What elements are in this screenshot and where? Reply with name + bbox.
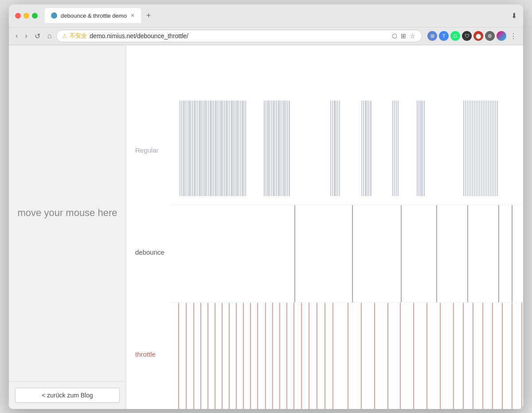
svg-rect-7 bbox=[192, 101, 193, 196]
svg-rect-13 bbox=[203, 101, 203, 196]
ext-shield-icon[interactable]: 🛡 bbox=[462, 31, 472, 41]
svg-rect-12 bbox=[201, 101, 202, 196]
svg-rect-51 bbox=[287, 101, 288, 196]
svg-rect-46 bbox=[278, 101, 279, 196]
tab-bar: 🌐 debounce & throttle demo ✕ + bbox=[45, 8, 505, 23]
ext-apps-icon[interactable]: ⊞ bbox=[427, 31, 437, 41]
svg-rect-85 bbox=[483, 101, 484, 196]
svg-rect-42 bbox=[271, 101, 272, 196]
svg-rect-34 bbox=[240, 101, 241, 196]
svg-rect-86 bbox=[485, 101, 485, 196]
svg-rect-43 bbox=[273, 101, 274, 196]
svg-rect-75 bbox=[465, 101, 466, 196]
svg-rect-25 bbox=[224, 101, 225, 196]
download-button[interactable]: ⬇ bbox=[511, 12, 517, 20]
svg-rect-33 bbox=[238, 101, 239, 196]
svg-rect-40 bbox=[267, 101, 269, 196]
svg-rect-15 bbox=[206, 101, 207, 196]
svg-rect-18 bbox=[211, 101, 212, 196]
svg-rect-28 bbox=[229, 101, 230, 196]
visualization-area: Regular debounce throttle bbox=[126, 45, 523, 409]
ext-red-icon[interactable]: ⬤ bbox=[473, 31, 483, 41]
svg-rect-88 bbox=[488, 101, 489, 196]
active-tab[interactable]: 🌐 debounce & throttle demo ✕ bbox=[45, 8, 141, 23]
svg-rect-92 bbox=[495, 101, 496, 196]
svg-rect-1 bbox=[181, 101, 182, 196]
svg-rect-0 bbox=[180, 101, 180, 196]
tab-title: debounce & throttle demo bbox=[61, 12, 127, 19]
tab-search-icon[interactable]: ⊞ bbox=[400, 31, 407, 40]
close-button[interactable] bbox=[15, 13, 21, 19]
browser-window: 🌐 debounce & throttle demo ✕ + ⬇ ‹ › ↺ ⌂… bbox=[9, 4, 523, 409]
maximize-button[interactable] bbox=[32, 13, 38, 19]
back-to-blog-button[interactable]: < zurück zum Blog bbox=[15, 388, 120, 403]
svg-rect-14 bbox=[204, 101, 206, 196]
svg-rect-50 bbox=[285, 101, 286, 196]
browser-content: move your mouse here < zurück zum Blog R… bbox=[9, 45, 523, 409]
address-bar-icons: ⬡ ⊞ ☆ bbox=[391, 31, 416, 40]
security-warning-icon: ⚠ bbox=[62, 33, 67, 39]
svg-rect-79 bbox=[472, 101, 473, 196]
svg-rect-71 bbox=[420, 101, 422, 196]
svg-rect-69 bbox=[417, 101, 418, 196]
svg-rect-48 bbox=[282, 101, 282, 196]
svg-rect-6 bbox=[190, 101, 191, 196]
svg-rect-56 bbox=[336, 101, 336, 196]
svg-rect-62 bbox=[367, 101, 368, 196]
svg-rect-80 bbox=[474, 101, 475, 196]
svg-rect-54 bbox=[332, 101, 333, 196]
address-bar-row: ‹ › ↺ ⌂ ⚠ 不安全 demo.nimius.net/debounce_t… bbox=[9, 28, 523, 45]
svg-rect-11 bbox=[199, 101, 200, 196]
address-box[interactable]: ⚠ 不安全 demo.nimius.net/debounce_throttle/… bbox=[56, 30, 422, 42]
cast-icon[interactable]: ⬡ bbox=[391, 31, 398, 40]
svg-rect-37 bbox=[245, 101, 246, 196]
new-tab-button[interactable]: + bbox=[143, 11, 155, 20]
svg-rect-20 bbox=[215, 101, 216, 196]
svg-rect-66 bbox=[394, 101, 395, 196]
svg-rect-58 bbox=[339, 101, 340, 196]
browser-menu-button[interactable]: ⋮ bbox=[508, 31, 519, 41]
refresh-button[interactable]: ↺ bbox=[32, 31, 43, 41]
svg-rect-78 bbox=[470, 101, 471, 196]
svg-rect-60 bbox=[363, 101, 364, 196]
svg-rect-93 bbox=[497, 101, 498, 196]
mouse-instruction-text: move your mouse here bbox=[18, 206, 117, 220]
svg-rect-67 bbox=[396, 101, 397, 196]
svg-rect-77 bbox=[469, 101, 469, 196]
sidebar: move your mouse here < zurück zum Blog bbox=[9, 45, 126, 409]
forward-nav-button[interactable]: › bbox=[23, 31, 29, 41]
svg-rect-53 bbox=[330, 101, 331, 196]
back-nav-button[interactable]: ‹ bbox=[13, 31, 20, 41]
svg-rect-59 bbox=[361, 101, 362, 196]
svg-rect-24 bbox=[222, 101, 223, 196]
svg-rect-22 bbox=[219, 101, 219, 196]
svg-rect-3 bbox=[185, 101, 186, 196]
ext-puzzle-icon[interactable]: ⚙ bbox=[485, 31, 495, 41]
svg-rect-68 bbox=[398, 101, 399, 196]
title-bar: 🌐 debounce & throttle demo ✕ + ⬇ bbox=[9, 4, 523, 28]
svg-rect-10 bbox=[197, 101, 198, 196]
sidebar-main[interactable]: move your mouse here bbox=[9, 45, 126, 381]
svg-rect-35 bbox=[242, 101, 243, 196]
home-button[interactable]: ⌂ bbox=[45, 31, 54, 41]
svg-rect-36 bbox=[243, 101, 244, 196]
security-warning-text: 不安全 bbox=[70, 32, 87, 40]
ext-grammarly-icon[interactable]: G bbox=[450, 31, 460, 41]
svg-rect-89 bbox=[490, 101, 491, 196]
svg-rect-44 bbox=[274, 101, 275, 196]
user-avatar[interactable] bbox=[497, 31, 506, 41]
svg-rect-63 bbox=[368, 101, 369, 196]
svg-rect-47 bbox=[280, 101, 281, 196]
svg-rect-49 bbox=[283, 101, 285, 196]
svg-rect-39 bbox=[266, 101, 266, 196]
minimize-button[interactable] bbox=[23, 13, 29, 19]
tab-favicon: 🌐 bbox=[51, 12, 57, 19]
tab-close-icon[interactable]: ✕ bbox=[130, 12, 135, 19]
svg-rect-70 bbox=[419, 101, 419, 196]
bookmark-icon[interactable]: ☆ bbox=[409, 31, 416, 40]
svg-rect-82 bbox=[477, 101, 478, 196]
svg-rect-72 bbox=[422, 101, 423, 196]
svg-rect-45 bbox=[276, 101, 277, 196]
svg-rect-87 bbox=[486, 101, 487, 196]
ext-translate-icon[interactable]: T bbox=[439, 31, 449, 41]
